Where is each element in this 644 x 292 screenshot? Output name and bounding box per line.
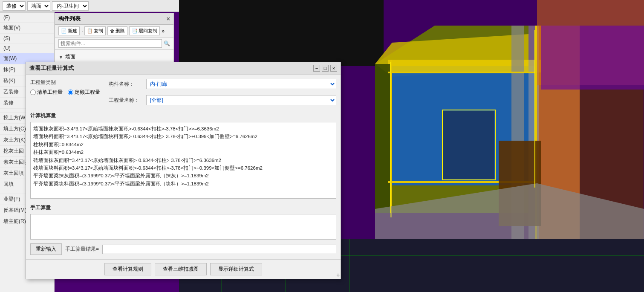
manual-section: 手工算量 重新输入 手工算量结果=	[30, 204, 336, 255]
search-box: 🔍	[55, 38, 173, 50]
quantity-type-label: 工程量类别	[30, 79, 60, 86]
radio-group: 清单工程量 定额工程量	[30, 89, 100, 96]
radio-bill-input[interactable]	[30, 90, 36, 95]
sidebar-item-floor[interactable]: 地面(V)	[0, 23, 54, 34]
svg-marker-6	[375, 64, 392, 213]
close-btn[interactable]: ×	[330, 65, 337, 72]
quantity-name-label: 工程量名称：	[109, 97, 143, 104]
delete-component-btn[interactable]: 🗑 删除	[107, 26, 127, 35]
sidebar-item-F[interactable]: (F)	[0, 13, 54, 23]
new-component-btn[interactable]: 📄 新建	[58, 26, 80, 35]
dialog-titlebar: 查看工程量计算式 − □ ×	[26, 62, 341, 75]
surface-dropdown[interactable]: 墙面	[27, 1, 50, 11]
maximize-btn[interactable]: □	[322, 65, 329, 72]
svg-rect-25	[443, 111, 494, 179]
component-panel-toolbar: 📄 新建 · 📋 复制 🗑 删除 📑 层间复制 »	[55, 25, 173, 38]
manual-textarea[interactable]	[30, 214, 336, 240]
delete-icon: 🗑	[110, 29, 115, 34]
new-icon: 📄	[61, 28, 67, 34]
component-name-row: 构件名称： 内-门廊	[109, 79, 336, 89]
manual-result-label: 手工算量结果=	[65, 246, 99, 253]
radio-quota[interactable]: 定额工程量	[68, 89, 100, 96]
minimize-btn[interactable]: −	[313, 65, 320, 72]
room-dropdown[interactable]: 内-卫生间	[52, 1, 89, 11]
expand-arrow-icon: ▼	[58, 54, 64, 60]
radio-quota-input[interactable]	[68, 90, 73, 95]
calc-manual-header: 手工算量	[30, 204, 336, 211]
view-3d-btn[interactable]: 查看三维扣减图	[155, 263, 207, 275]
quantity-name-select[interactable]: [全部]	[146, 95, 336, 105]
radio-bill[interactable]: 清单工程量	[30, 89, 63, 96]
sidebar-item-S[interactable]: (S)	[0, 34, 54, 43]
show-detail-btn[interactable]: 显示详细计算式	[210, 263, 262, 275]
copy-icon: 📋	[87, 28, 93, 34]
svg-rect-22	[541, 26, 644, 90]
dialog-body: 工程量类别 清单工程量 定额工程量 构件名称： 内-门廊	[26, 75, 341, 259]
component-panel-close[interactable]: ×	[167, 16, 170, 22]
layer-copy-icon: 📑	[132, 28, 138, 34]
calc-rules-btn[interactable]: 查看计算规则	[104, 263, 151, 275]
search-input[interactable]	[58, 39, 162, 48]
search-icon: 🔍	[164, 40, 170, 46]
sidebar-item-U[interactable]: (U)	[0, 43, 54, 53]
calc-machine-header: 计算机算量	[30, 112, 336, 119]
top-toolbar: 装修 墙面 内-卫生间	[0, 0, 179, 12]
manual-result-input[interactable]	[102, 245, 336, 254]
svg-rect-11	[388, 72, 535, 73]
decoration-dropdown[interactable]: 装修	[3, 1, 26, 11]
component-name-select[interactable]: 内-门廊	[146, 79, 336, 89]
component-section-wall[interactable]: ▼ 墙面	[58, 52, 170, 62]
dialog-controls: − □ ×	[313, 65, 337, 72]
quantity-name-row: 工程量名称： [全部]	[109, 95, 336, 105]
component-panel-title: 构件列表 ×	[55, 13, 173, 25]
layer-copy-btn[interactable]: 📑 层间复制	[129, 26, 160, 35]
copy-component-btn[interactable]: 📋 复制	[84, 26, 106, 35]
resize-handle[interactable]: ⟱	[334, 272, 341, 279]
more-icon[interactable]: »	[162, 28, 165, 34]
reinput-btn[interactable]: 重新输入	[30, 243, 62, 255]
dialog-footer: 查看计算规则 查看三维扣减图 显示详细计算式	[26, 259, 341, 279]
manual-row: 重新输入 手工算量结果=	[30, 243, 336, 255]
dialog-title: 查看工程量计算式	[29, 64, 74, 72]
calc-machine-textarea[interactable]: 墙面抹灰面积=3.4*3.17<原始墙面抹灰面积>-0.6344<扣柱>-3.7…	[30, 122, 336, 199]
svg-rect-0	[179, 0, 384, 66]
component-name-label: 构件名称：	[109, 81, 143, 88]
calc-dialog: 查看工程量计算式 − □ × 工程量类别 清单工程量 定额工程量	[26, 62, 341, 279]
